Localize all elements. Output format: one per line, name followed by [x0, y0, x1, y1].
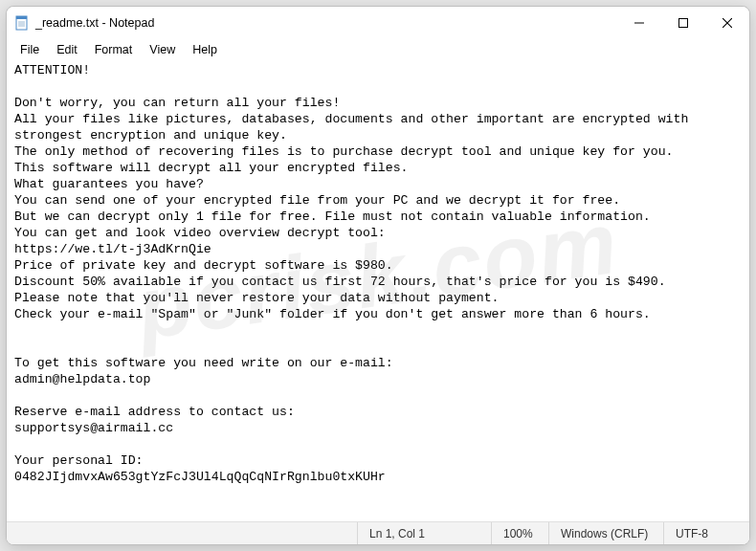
- notepad-window: _readme.txt - Notepad File Edit Format V…: [6, 6, 750, 545]
- status-zoom[interactable]: 100%: [491, 522, 548, 544]
- close-button[interactable]: [705, 7, 749, 39]
- svg-rect-1: [16, 16, 27, 19]
- window-title: _readme.txt - Notepad: [35, 16, 154, 30]
- window-controls: [617, 7, 749, 39]
- text-area[interactable]: ATTENTION! Don't worry, you can return a…: [7, 60, 749, 521]
- status-line-ending: Windows (CRLF): [548, 522, 663, 544]
- minimize-button[interactable]: [617, 7, 661, 39]
- titlebar[interactable]: _readme.txt - Notepad: [7, 7, 749, 39]
- menubar: File Edit Format View Help: [7, 39, 749, 60]
- document-text: ATTENTION! Don't worry, you can return a…: [14, 63, 696, 484]
- menu-edit[interactable]: Edit: [49, 41, 85, 58]
- menu-help[interactable]: Help: [185, 41, 225, 58]
- status-position: Ln 1, Col 1: [357, 522, 491, 544]
- svg-rect-6: [679, 19, 688, 28]
- notepad-icon: [14, 15, 30, 31]
- maximize-button[interactable]: [661, 7, 705, 39]
- menu-format[interactable]: Format: [87, 41, 141, 58]
- menu-view[interactable]: View: [142, 41, 183, 58]
- status-encoding: UTF-8: [663, 522, 749, 544]
- menu-file[interactable]: File: [12, 41, 47, 58]
- statusbar: Ln 1, Col 1 100% Windows (CRLF) UTF-8: [7, 521, 749, 544]
